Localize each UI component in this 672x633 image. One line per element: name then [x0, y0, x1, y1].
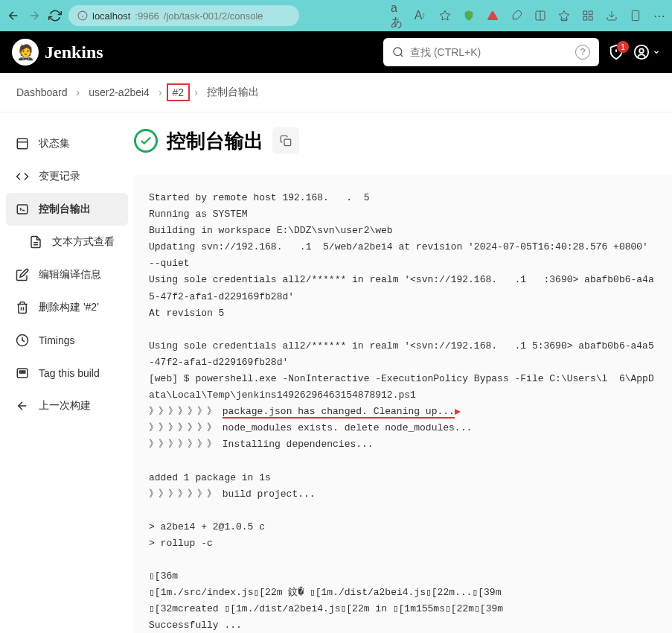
alert-count: 1 [617, 41, 629, 53]
sidebar-deletebuild-label: 删除构建 '#2' [39, 301, 99, 314]
svg-rect-11 [583, 16, 587, 20]
search-input[interactable] [410, 46, 569, 58]
svg-point-14 [394, 48, 402, 56]
content-header: 控制台输出 [134, 127, 672, 154]
back-button[interactable] [6, 8, 21, 23]
jenkins-title: Jenkins [45, 42, 103, 63]
search-box[interactable]: ? [383, 38, 599, 66]
refresh-button[interactable] [48, 8, 63, 23]
jenkins-header: 🤵 Jenkins ? 1 [0, 31, 672, 73]
document-icon [28, 235, 43, 249]
edit-icon [15, 267, 30, 282]
sidebar: 状态集 变更记录 控制台输出 文本方式查看 编辑编译信息 [0, 112, 134, 633]
more-icon[interactable]: ⋯ [653, 9, 666, 22]
url-path: /job/task-001/2/console [164, 10, 263, 22]
sidebar-status[interactable]: 状态集 [6, 127, 128, 160]
svg-rect-30 [19, 371, 22, 373]
collections-icon[interactable] [581, 9, 595, 22]
content: 控制台输出 Started by remote host 192.168. . … [134, 112, 672, 633]
breadcrumb-dashboard[interactable]: Dashboard [12, 85, 72, 100]
sidebar-editbuild[interactable]: 编辑编译信息 [6, 258, 128, 291]
success-icon [134, 129, 158, 153]
svg-marker-6 [559, 10, 569, 20]
console-line: Using sole credentials all2/****** in re… [149, 340, 654, 368]
url-port: :9966 [135, 10, 159, 22]
status-icon [15, 136, 30, 151]
sidebar-status-label: 状态集 [39, 137, 70, 150]
console-line: > a2bei4 + 2@1.0.5 c [149, 521, 265, 532]
sidebar-textview[interactable]: 文本方式查看 [6, 226, 128, 258]
sidebar-tagbuild-label: Tag this build [39, 367, 100, 379]
user-menu[interactable] [633, 44, 660, 60]
jenkins-logo-icon: 🤵 [12, 39, 39, 66]
search-help-icon[interactable]: ? [575, 45, 590, 60]
header-icons: 1 [608, 44, 660, 60]
console-line-highlighted: package.json has changed. Cleaning up... [223, 406, 455, 419]
trash-icon [15, 300, 30, 315]
copy-button[interactable] [272, 127, 299, 154]
warning-icon[interactable] [486, 9, 499, 22]
svg-rect-9 [589, 11, 592, 15]
favorite-icon[interactable] [438, 9, 452, 22]
chevron-down-icon [653, 48, 660, 56]
sidebar-prevbuild[interactable]: 上一次构建 [6, 389, 128, 422]
console-line: Updating svn://192.168. .1 5/web/a2bei4 … [149, 241, 654, 269]
browser-icons: aあ A》 ⋯ [391, 9, 666, 22]
sidebar-timings[interactable]: Timings [6, 324, 128, 357]
svg-rect-33 [284, 139, 291, 146]
console-line: At revision 5 [149, 308, 224, 319]
sidebar-prevbuild-label: 上一次构建 [39, 399, 91, 413]
favorites-list-icon[interactable] [557, 9, 571, 22]
reader-icon[interactable]: A》 [415, 9, 428, 22]
browser-toolbar: localhost:9966/job/task-001/2/console aあ… [0, 0, 672, 31]
svg-point-19 [639, 48, 644, 53]
sidebar-editbuild-label: 编辑编译信息 [39, 268, 101, 281]
url-bar[interactable]: localhost:9966/job/task-001/2/console [68, 5, 299, 26]
svg-rect-20 [17, 139, 28, 149]
svg-marker-3 [440, 10, 449, 20]
breadcrumb-sep: › [194, 86, 198, 98]
sidebar-textview-label: 文本方式查看 [52, 235, 115, 249]
sidebar-icon[interactable] [534, 9, 547, 22]
svg-rect-22 [17, 205, 28, 214]
svg-line-15 [400, 54, 403, 57]
sidebar-deletebuild[interactable]: 删除构建 '#2' [6, 291, 128, 324]
sidebar-tagbuild[interactable]: Tag this build [6, 357, 128, 389]
console-line: ▯[32mcreated ▯[1m./dist/a2bei4.js▯[22m i… [149, 603, 503, 614]
app-icon[interactable] [629, 9, 642, 22]
console-line: [web] $ powershell.exe -NonInteractive -… [149, 373, 654, 401]
sidebar-console-label: 控制台输出 [39, 203, 91, 216]
forward-button[interactable] [27, 8, 42, 23]
info-icon [77, 10, 88, 21]
extensions-icon[interactable] [510, 9, 523, 22]
translate-icon[interactable]: aあ [391, 9, 404, 22]
shield-icon[interactable] [462, 9, 476, 22]
console-line: Building in workspace E:\DDZ\svn\user2\w… [149, 225, 393, 236]
breadcrumb-page[interactable]: 控制台输出 [202, 84, 263, 101]
svg-rect-12 [632, 10, 639, 20]
console-line: Running as SYSTEM [149, 209, 248, 220]
console-line: Successfully ... [149, 620, 242, 631]
jenkins-logo[interactable]: 🤵 Jenkins [12, 39, 103, 66]
sidebar-console[interactable]: 控制台输出 [6, 193, 128, 226]
breadcrumb-job[interactable]: user2-a2bei4 [84, 85, 154, 100]
sidebar-timings-label: Timings [39, 334, 75, 346]
url-domain: localhost [92, 10, 130, 22]
console-line: Using sole credentials all2/****** in re… [149, 274, 654, 302]
console-output: Started by remote host 192.168. . 5 Runn… [134, 175, 672, 633]
arrow-left-icon [15, 398, 30, 413]
alert-badge[interactable]: 1 [608, 44, 624, 60]
sidebar-changes-label: 变更记录 [39, 170, 80, 183]
console-line: Started by remote host 192.168. . 5 [149, 192, 369, 203]
clock-icon [15, 333, 30, 348]
user-icon [633, 44, 650, 60]
download-icon[interactable] [605, 9, 618, 22]
console-line: 》》》》》》》 build project... [149, 489, 316, 500]
svg-rect-10 [589, 16, 592, 20]
console-line: ▯[1m./src/index.js▯[22m 鈫� ▯[1m./dist/a2… [149, 587, 501, 598]
console-line: 》》》》》》》 Installing dependencies... [149, 439, 374, 450]
console-line: 》》》》》》》 node_modules exists. delete node… [149, 422, 472, 433]
breadcrumb-build[interactable]: #2 [167, 83, 191, 101]
main-layout: 状态集 变更记录 控制台输出 文本方式查看 编辑编译信息 [0, 112, 672, 633]
sidebar-changes[interactable]: 变更记录 [6, 160, 128, 193]
